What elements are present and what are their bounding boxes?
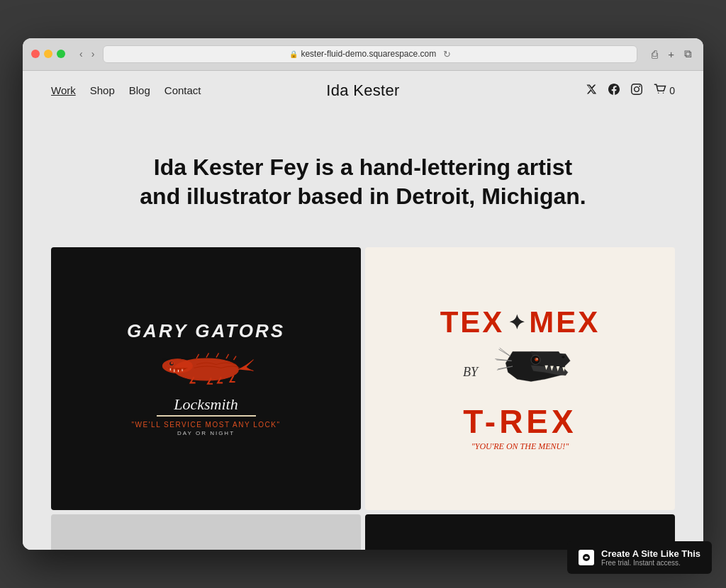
browser-controls: ‹ › — [77, 47, 97, 60]
mex-title: MEX — [529, 305, 600, 339]
svg-point-9 — [171, 362, 173, 364]
browser-chrome: ‹ › 🔒 kester-fluid-demo.squarespace.com … — [23, 38, 703, 71]
svg-rect-4 — [169, 368, 171, 371]
gary-locksmith: Locksmith — [174, 395, 238, 414]
nav-link-blog[interactable]: Blog — [129, 84, 150, 96]
gary-underline-decoration — [157, 415, 256, 417]
gary-title: GARY GATORS — [127, 321, 285, 341]
hero-section: Ida Kester Fey is a hand-lettering artis… — [23, 111, 703, 247]
tex-mex-title: TEX — [440, 305, 505, 339]
trex-title: T-REX — [463, 405, 576, 438]
svg-point-1 — [663, 92, 664, 94]
forward-button[interactable]: › — [89, 47, 98, 60]
sq-sub-text: Free trial. Instant access. — [601, 559, 700, 567]
nav-left: Work Shop Blog Contact — [51, 84, 201, 96]
squarespace-banner[interactable]: Create A Site Like This Free trial. Inst… — [567, 541, 712, 574]
site-title: Ida Kester — [326, 81, 399, 100]
cart-area[interactable]: 0 — [654, 84, 675, 98]
tex-by: BY — [463, 365, 478, 380]
instagram-icon[interactable] — [631, 84, 642, 98]
gator-illustration — [157, 346, 256, 391]
close-button[interactable] — [31, 50, 40, 58]
site-content: Work Shop Blog Contact Ida Kester — [23, 71, 703, 550]
browser-actions: ⎙ + ⧉ — [649, 46, 695, 62]
url-text: kester-fluid-demo.squarespace.com — [301, 49, 436, 59]
gary-tagline: "WE'LL SERVICE MOST ANY LOCK" — [132, 421, 281, 429]
squarespace-text: Create A Site Like This Free trial. Inst… — [601, 548, 700, 567]
svg-rect-6 — [177, 369, 179, 372]
cart-icon — [654, 84, 666, 98]
reload-icon[interactable]: ↻ — [443, 49, 451, 60]
maximize-button[interactable] — [57, 50, 65, 58]
portfolio-item-partial-1[interactable] — [51, 514, 361, 550]
minimize-button[interactable] — [44, 50, 52, 58]
svg-rect-7 — [182, 369, 183, 372]
browser-window: ‹ › 🔒 kester-fluid-demo.squarespace.com … — [23, 38, 703, 550]
new-tab-button[interactable]: + — [665, 46, 677, 62]
squarespace-logo — [579, 550, 594, 565]
svg-rect-5 — [173, 369, 174, 373]
back-button[interactable]: ‹ — [77, 47, 86, 60]
nav-link-shop[interactable]: Shop — [90, 84, 115, 96]
portfolio-grid: GARY GATORS — [23, 247, 703, 514]
trex-illustration — [485, 342, 577, 402]
nav-right: 0 — [586, 84, 675, 98]
address-bar[interactable]: 🔒 kester-fluid-demo.squarespace.com ↻ — [103, 45, 637, 63]
share-button[interactable]: ⎙ — [649, 46, 661, 62]
tabs-button[interactable]: ⧉ — [681, 46, 695, 62]
portfolio-item-gary-gators[interactable]: GARY GATORS — [51, 247, 361, 510]
twitter-icon[interactable] — [586, 84, 597, 98]
nav-link-contact[interactable]: Contact — [164, 84, 201, 96]
cart-count: 0 — [669, 85, 675, 96]
facebook-icon[interactable] — [608, 84, 620, 98]
tex-dash: ✦ — [508, 311, 525, 334]
svg-point-13 — [562, 356, 565, 358]
svg-point-0 — [658, 92, 659, 94]
site-nav: Work Shop Blog Contact Ida Kester — [23, 71, 703, 111]
hero-text: Ida Kester Fey is a hand-lettering artis… — [133, 153, 593, 212]
tex-tagline: "YOU'RE ON THE MENU!" — [471, 441, 569, 452]
gary-sub: DAY OR NIGHT — [177, 430, 235, 436]
traffic-lights — [31, 50, 65, 58]
portfolio-item-tex-mex[interactable]: TEX ✦ MEX BY — [365, 247, 675, 510]
nav-link-work[interactable]: Work — [51, 84, 76, 96]
svg-point-12 — [536, 358, 537, 360]
sq-main-text: Create A Site Like This — [601, 548, 700, 559]
lock-icon: 🔒 — [289, 50, 298, 58]
